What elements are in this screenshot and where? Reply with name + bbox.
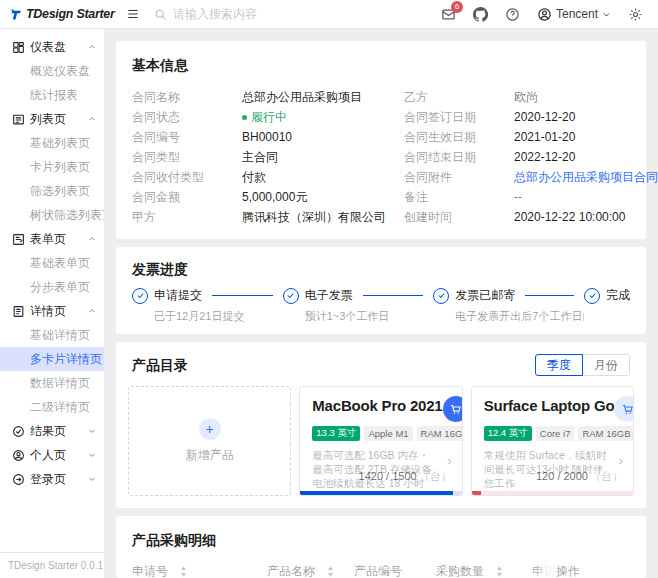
product-progress-bar bbox=[300, 491, 461, 495]
sidebar-group-label: 登录页 bbox=[30, 471, 66, 488]
notification-badge: 6 bbox=[451, 1, 463, 13]
app-version: TDesign Starter 0.0.1 bbox=[0, 552, 104, 578]
sidebar-item-statistics-report[interactable]: 统计报表 bbox=[0, 83, 104, 107]
settings-button[interactable] bbox=[628, 7, 643, 22]
github-button[interactable] bbox=[473, 7, 488, 22]
product-stock: 120 / 2000（台） bbox=[536, 469, 623, 484]
product-name: MacBook Pro 2021 bbox=[312, 397, 442, 414]
sort-icon[interactable] bbox=[180, 566, 187, 577]
sidebar-item-data-detail[interactable]: 数据详情页 bbox=[0, 371, 104, 395]
invoice-steps: 申请提交 已于12月21日提交 电子发票 预计1~3个工作日 发票已邮寄 bbox=[132, 287, 630, 324]
top-header: TDesign Starter 6 bbox=[0, 0, 658, 29]
step-check-icon bbox=[584, 288, 600, 304]
step-connector bbox=[525, 295, 574, 296]
screen-size-tag: 13.3 英寸 bbox=[312, 426, 360, 441]
sidebar-item-base-detail[interactable]: 基础详情页 bbox=[0, 323, 104, 347]
chevron-right-icon[interactable]: › bbox=[447, 453, 451, 468]
col-department: 申请部门 bbox=[532, 563, 556, 578]
sidebar-item-card-list[interactable]: 卡片列表页 bbox=[0, 155, 104, 179]
step-check-icon bbox=[283, 288, 299, 304]
sidebar-item-step-form[interactable]: 分步表单页 bbox=[0, 275, 104, 299]
main-content: 基本信息 合同名称总部办公用品采购项目 合同状态履行中 合同编号BH00010 … bbox=[104, 29, 658, 578]
sort-icon[interactable] bbox=[327, 566, 334, 577]
detail-icon bbox=[12, 305, 25, 318]
cpu-tag: Core i7 bbox=[536, 426, 575, 441]
purchase-detail-title: 产品采购明细 bbox=[132, 530, 630, 550]
sidebar-group-list[interactable]: 列表页 bbox=[0, 107, 104, 131]
user-menu[interactable]: Tencent bbox=[537, 7, 611, 22]
ram-tag: RAM 16GB bbox=[417, 426, 463, 441]
sidebar-group-detail[interactable]: 详情页 bbox=[0, 299, 104, 323]
sidebar-group-label: 详情页 bbox=[30, 303, 66, 320]
chevron-down-icon bbox=[88, 451, 96, 459]
chevron-right-icon[interactable]: › bbox=[619, 453, 623, 468]
cart-button[interactable] bbox=[614, 396, 634, 422]
purchase-detail-card: 产品采购明细 申请号 产品名称 产品编号 采购数量 申请部门 操作 S20201… bbox=[116, 516, 646, 578]
help-button[interactable] bbox=[505, 7, 520, 22]
sidebar-group-label: 表单页 bbox=[30, 231, 66, 248]
sidebar-item-base-form[interactable]: 基础表单页 bbox=[0, 251, 104, 275]
basic-info-card: 基本信息 合同名称总部办公用品采购项目 合同状态履行中 合同编号BH00010 … bbox=[116, 41, 646, 239]
plus-icon: + bbox=[199, 418, 221, 440]
step-e-invoice: 电子发票 预计1~3个工作日 bbox=[283, 287, 434, 324]
basic-info-title: 基本信息 bbox=[132, 55, 630, 75]
field-create-time: 创建时间2020-12-22 10:00:00 bbox=[404, 207, 658, 227]
logo-text: TDesign Starter bbox=[26, 7, 115, 21]
sidebar-item-filter-list[interactable]: 筛选列表页 bbox=[0, 179, 104, 203]
sidebar-group-personal[interactable]: 个人页 bbox=[0, 443, 104, 467]
step-mailed: 发票已邮寄 电子发票开出后7个工作日内联系 bbox=[433, 287, 584, 324]
product-card-surface[interactable]: Surface Laptop Go 12.4 英寸 Core i7 RAM 16… bbox=[471, 386, 634, 496]
collapse-menu-button[interactable] bbox=[126, 7, 140, 21]
sidebar-group-form[interactable]: 表单页 bbox=[0, 227, 104, 251]
sidebar-group-login[interactable]: 登录页 bbox=[0, 467, 104, 491]
field-attachment: 合同附件总部办公用品采购项目合同.pdf bbox=[404, 167, 658, 187]
step-connector bbox=[363, 295, 424, 296]
field-contract-name: 合同名称总部办公用品采购项目 bbox=[132, 87, 386, 107]
product-stock: 1420 / 1500（台） bbox=[359, 469, 452, 484]
app-logo[interactable]: TDesign Starter bbox=[0, 7, 104, 21]
sidebar-group-label: 结果页 bbox=[30, 423, 66, 440]
sidebar-item-tree-filter-list[interactable]: 树状筛选列表页 bbox=[0, 203, 104, 227]
field-party-a: 甲方腾讯科技（深圳）有限公司 bbox=[132, 207, 386, 227]
toggle-quarter-button[interactable]: 季度 bbox=[535, 354, 583, 376]
field-sign-date: 合同签订日期2020-12-20 bbox=[404, 107, 658, 127]
logo-icon bbox=[9, 8, 22, 21]
status-dot-icon bbox=[242, 115, 247, 120]
notification-button[interactable]: 6 bbox=[441, 7, 456, 22]
form-icon bbox=[12, 233, 25, 246]
global-search bbox=[154, 7, 441, 21]
field-remark: 备注-- bbox=[404, 187, 658, 207]
sidebar-group-label: 仪表盘 bbox=[30, 39, 66, 56]
col-actions: 操作 bbox=[556, 563, 630, 578]
add-product-card[interactable]: + 新增产品 bbox=[128, 386, 291, 496]
sidebar-group-dashboard[interactable]: 仪表盘 bbox=[0, 35, 104, 59]
product-card-macbook[interactable]: MacBook Pro 2021 13.3 英寸 Apple M1 RAM 16… bbox=[299, 386, 462, 496]
search-icon bbox=[154, 8, 167, 21]
search-input[interactable] bbox=[173, 7, 323, 21]
sort-icon[interactable] bbox=[496, 566, 503, 577]
col-product-no: 产品编号 bbox=[354, 563, 436, 578]
ram-tag: RAM 16GB bbox=[578, 426, 634, 441]
product-catalog-card: 产品目录 季度 月份 + 新增产品 MacBook Pro 2021 13.3 … bbox=[116, 342, 646, 508]
sidebar-item-secondary-detail[interactable]: 二级详情页 bbox=[0, 395, 104, 419]
sidebar-group-label: 列表页 bbox=[30, 111, 66, 128]
sidebar-item-multi-card-detail[interactable]: 多卡片详情页 bbox=[0, 347, 104, 371]
cart-button[interactable] bbox=[443, 396, 463, 422]
sidebar-item-base-list[interactable]: 基础列表页 bbox=[0, 131, 104, 155]
help-icon bbox=[505, 7, 520, 22]
product-name: Surface Laptop Go bbox=[484, 397, 615, 414]
toggle-month-button[interactable]: 月份 bbox=[582, 354, 630, 376]
chevron-up-icon bbox=[88, 43, 96, 51]
sidebar-item-overview-dashboard[interactable]: 概览仪表盘 bbox=[0, 59, 104, 83]
attachment-link[interactable]: 总部办公用品采购项目合同.pdf bbox=[514, 169, 658, 186]
col-apply-no: 申请号 bbox=[132, 563, 267, 578]
sidebar-group-result[interactable]: 结果页 bbox=[0, 419, 104, 443]
login-icon bbox=[12, 473, 25, 486]
product-catalog-title: 产品目录 bbox=[132, 355, 188, 375]
step-finish: 完成 bbox=[584, 287, 630, 304]
step-connector bbox=[212, 295, 273, 296]
field-effective-date: 合同生效日期2021-01-20 bbox=[404, 127, 658, 147]
status-badge: 履行中 bbox=[242, 109, 287, 126]
github-icon bbox=[473, 7, 488, 22]
chevron-down-icon bbox=[602, 10, 611, 19]
